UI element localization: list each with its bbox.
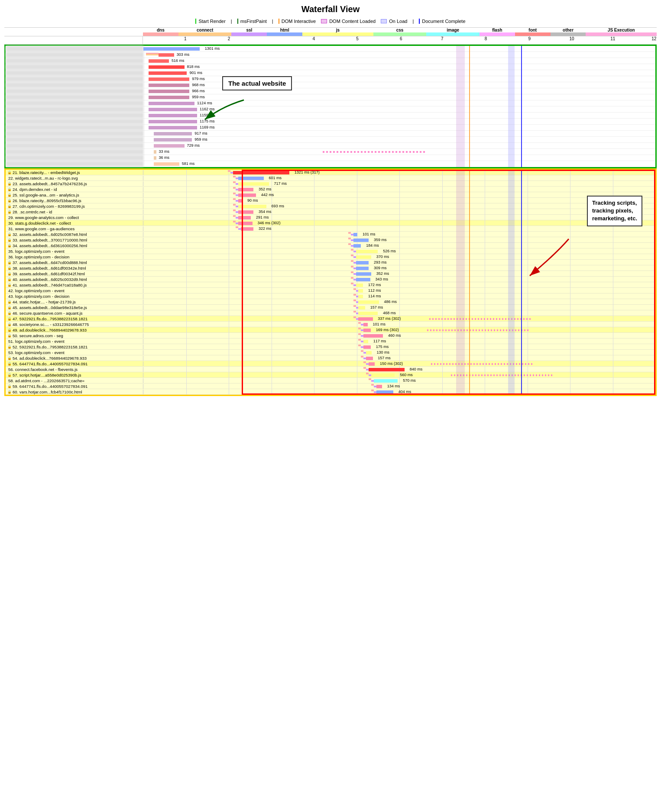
timing-bar <box>358 289 363 293</box>
resource-timing: 352 ms <box>143 187 655 192</box>
resource-timing: 322 ms <box>143 226 655 232</box>
resource-url: 🔒52. 5922921.fls.do...795388223158.1821 <box>6 345 143 349</box>
resource-timing: 184 ms <box>143 243 655 248</box>
document-complete-line <box>521 46 522 167</box>
type-font: font <box>515 28 551 36</box>
lock-icon: 🔒 <box>7 266 12 270</box>
lock-icon: 🔒 <box>7 204 12 208</box>
timing-label: 117 ms <box>373 339 386 343</box>
timing-bar <box>356 278 370 281</box>
timing-label: 693 ms <box>272 204 285 208</box>
timing-bar <box>238 188 253 191</box>
list-item: 🔒50. secure.adnxs.com - seg460 ms <box>6 333 655 338</box>
list-item: 🔒57. script.hotjar....a558e0d025390b.js5… <box>6 372 655 378</box>
timing-bar <box>238 177 264 180</box>
timing-label: 370 ms <box>376 255 389 259</box>
timing-label: 157 ms <box>370 305 383 309</box>
top-row-10: 1124 ms <box>6 100 655 106</box>
lock-icon: 🔒 <box>7 277 12 281</box>
legend: Start Render | msFirstPaint | DOM Intera… <box>4 17 657 27</box>
timing-bar <box>356 250 378 253</box>
timing-bar <box>371 374 395 377</box>
timing-bar <box>356 267 369 270</box>
timing-bar <box>356 261 369 264</box>
timing-bar <box>353 244 361 248</box>
resource-url: 30. stats.g.doubleclick.net - collect <box>6 221 143 226</box>
resource-url: 🔒49. ad.doubleclick...7668944029678.933 <box>6 328 143 332</box>
resource-url: 🔒60. vars.hotjar.com...fcb4f17100c.html <box>6 390 143 394</box>
lock-icon: 🔒 <box>7 311 12 315</box>
timing-label: 101 ms <box>373 322 386 326</box>
top-row-17: 729 ms <box>6 143 655 149</box>
on-load-marker <box>508 46 515 167</box>
lock-icon: 🔒 <box>7 193 12 197</box>
resource-timing: 526 ms <box>143 248 655 254</box>
lock-icon: 🔒 <box>7 390 12 394</box>
list-item: 🔒45. assets.adobedt...0ddae98e318e5e.js1… <box>6 305 655 310</box>
timing-bar <box>363 345 371 349</box>
list-item: 51. logx.optimizely.com - event117 ms <box>6 338 655 344</box>
list-item: 29. www.google-analytics.com - collect29… <box>6 215 655 220</box>
timing-label: 460 ms <box>388 333 401 338</box>
resource-url: 🔒50. secure.adnxs.com - seg <box>6 333 143 338</box>
top-row-20: 581 ms <box>6 161 655 167</box>
resource-timing: 134 ms <box>143 383 655 389</box>
resource-timing: 291 ms <box>143 215 655 220</box>
timing-label: 352 ms <box>259 187 272 191</box>
timing-bar <box>363 329 371 332</box>
resource-url: 43. logx.optimizely.com - decision <box>6 294 143 299</box>
resource-url: 🔒27. cdn.optimizely.com - 8269983199.js <box>6 204 143 209</box>
timing-bar <box>353 238 369 242</box>
resource-url: 🔒28. .sc.omtrdc.net - id <box>6 209 143 214</box>
lock-icon: 🔒 <box>7 322 12 326</box>
resource-url: 🔒34. assets.adobedt...6d3616000256.html <box>6 243 143 248</box>
resource-url: 🔒44. static.hotjar.... - hotjar-21739.js <box>6 300 143 304</box>
timing-bar <box>238 199 242 203</box>
timing-bar <box>363 323 367 326</box>
timing-label: 352 ms <box>376 271 389 276</box>
top-rows-container: 1301 ms 303 ms <box>6 46 655 167</box>
resource-timing: 717 ms <box>143 181 655 187</box>
resource-timing: 169 ms (302) <box>143 327 655 333</box>
timing-bar <box>238 210 253 214</box>
resource-timing: 370 ms <box>143 254 655 260</box>
list-item: 🔒59. 6447741.fls.do...4400557027834.0911… <box>6 383 655 389</box>
timing-bar <box>356 255 371 259</box>
type-css: css <box>373 28 427 36</box>
dom-content-loaded-marker <box>456 46 465 167</box>
lock-icon: 🔒 <box>7 210 12 214</box>
list-item: 30. stats.g.doubleclick.net - collect346… <box>6 220 655 226</box>
legend-dom-interactive: DOM Interactive <box>279 19 316 24</box>
timing-bar <box>358 317 373 321</box>
timing-bar <box>376 385 382 388</box>
resource-url: 🔒21. blaze.ratecity... - embedWidget.js <box>6 170 143 175</box>
timing-bar <box>358 300 379 304</box>
resource-url: 51. logx.optimizely.com - event <box>6 339 143 344</box>
resource-url: 🔒46. secure.quantserve.com - aquant.js <box>6 311 143 316</box>
resource-timing: 840 ms <box>143 367 655 372</box>
resource-url: 22. widgets.ratecit...m.au - rc-logo.svg <box>6 176 143 180</box>
resource-timing: 560 ms <box>143 372 655 378</box>
type-dns: dns <box>143 28 178 36</box>
resource-timing: 486 ms <box>143 299 655 305</box>
resource-url: 31. www.google.com - ga-audiences <box>6 226 143 231</box>
top-row-12: 1159 ms <box>6 113 655 119</box>
resource-timing: 101 ms <box>143 322 655 327</box>
dom-content-loaded-marker-bottom <box>456 170 465 395</box>
timing-label: 570 ms <box>403 378 416 383</box>
timing-label: 560 ms <box>400 373 413 377</box>
list-item: 🔒52. 5922921.fls.do...795388223158.18211… <box>6 344 655 350</box>
resource-timing: 337 ms (302) <box>143 316 655 322</box>
timing-bar <box>238 193 256 197</box>
resource-timing: 117 ms <box>143 338 655 344</box>
lock-icon: 🔒 <box>7 306 12 309</box>
lock-icon: 🔒 <box>7 328 12 332</box>
top-row-11: 1162 ms <box>6 106 655 113</box>
timing-bar <box>369 368 405 371</box>
timing-bar <box>366 351 371 354</box>
resource-timing: 404 ms <box>143 389 655 395</box>
list-item: 🔒41. assets.adobedt...746d47ca018a80.js1… <box>6 282 655 288</box>
resource-url: 🔒38. assets.adobedt...6d61df00342e.html <box>6 266 143 271</box>
timing-label: 359 ms <box>374 238 387 242</box>
waterfall-main: 1 2 4 5 6 7 8 9 10 11 12 The actual webs… <box>4 36 657 396</box>
